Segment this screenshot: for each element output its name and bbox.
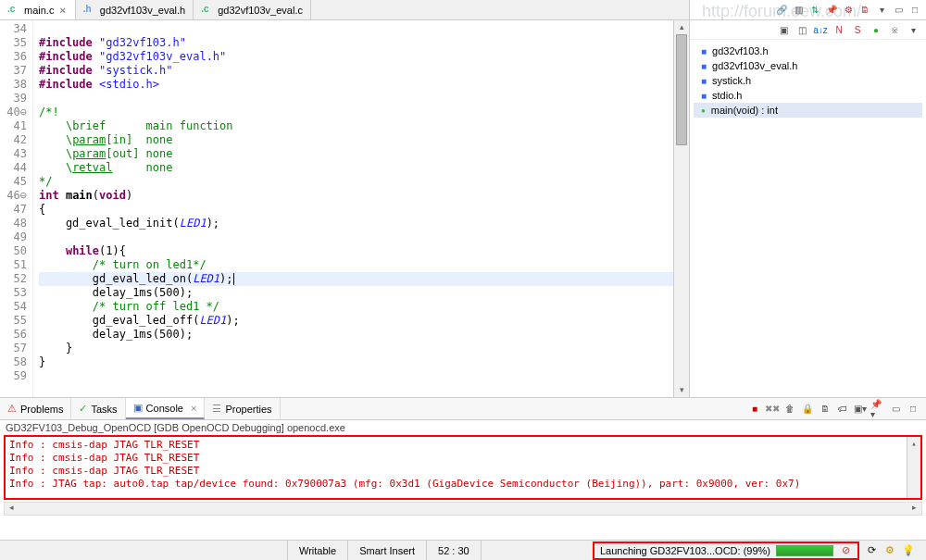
outline-item[interactable]: ●main(void) : int xyxy=(694,103,922,118)
outline-item[interactable]: ■gd32vf103v_eval.h xyxy=(694,58,922,73)
editor-pane: .c main.c × .h gd32vf103v_eval.h .c gd32… xyxy=(0,0,690,397)
outline-label: gd32vf103.h xyxy=(712,45,769,56)
outline-toolbar-1: 🔗 ▥ ⇅ 📌 ⚙ 🗎 ▾ ▭ □ xyxy=(690,0,926,20)
console-h-scrollbar[interactable]: ◂ ▸ xyxy=(4,502,922,516)
console-output[interactable]: Info : cmsis-dap JTAG TLR_RESETInfo : cm… xyxy=(4,435,922,500)
filter-s-icon[interactable]: S xyxy=(850,22,865,37)
view-icon[interactable]: ▥ xyxy=(791,3,806,18)
c-file-icon: .c xyxy=(7,4,20,17)
tab-eval-c[interactable]: .c gd32vf103v_eval.c xyxy=(194,0,311,19)
tab-label: Console xyxy=(146,403,183,414)
scroll-right-icon[interactable]: ▸ xyxy=(907,503,921,515)
outline-item[interactable]: ■systick.h xyxy=(694,73,922,88)
filter-m-icon[interactable]: ※ xyxy=(887,22,902,37)
console-icon: ▣ xyxy=(133,402,143,414)
scroll-left-icon[interactable]: ◂ xyxy=(5,503,19,515)
console-launch-title: GD32FV103_Debug_OpenOCD [GDB OpenOCD Deb… xyxy=(0,420,926,435)
status-bar: Writable Smart Insert 52 : 30 Launching … xyxy=(0,540,926,560)
notifications-icon[interactable]: ⚙ xyxy=(883,544,896,557)
scroll-down-icon[interactable]: ▾ xyxy=(674,383,689,397)
tab-tasks[interactable]: ✓ Tasks xyxy=(71,398,125,419)
outline-label: main(void) : int xyxy=(711,105,778,116)
filter-o-icon[interactable]: ● xyxy=(869,22,883,37)
outline-item[interactable]: ■stdio.h xyxy=(694,88,922,103)
gear-icon[interactable]: ⚙ xyxy=(841,3,856,18)
launching-progress[interactable]: Launching GD32FV103...OCD: (99%) ⊘ xyxy=(593,541,859,560)
tab-main-c[interactable]: .c main.c × xyxy=(0,0,76,19)
progress-bar xyxy=(776,545,833,556)
console-line: Info : cmsis-dap JTAG TLR_RESET xyxy=(9,465,917,478)
outline-item[interactable]: ■gd32vf103.h xyxy=(694,44,922,58)
tip-icon[interactable]: 💡 xyxy=(902,544,915,557)
chevron-down-icon[interactable]: ▾ xyxy=(874,3,889,18)
console-line: Info : JTAG tap: auto0.tap tap/device fo… xyxy=(9,478,917,491)
outline-pane: 🔗 ▥ ⇅ 📌 ⚙ 🗎 ▾ ▭ □ ▣ ◫ a↓z N S ● ※ ▾ ■gd3… xyxy=(690,0,926,397)
status-writable: Writable xyxy=(287,541,347,560)
close-icon[interactable]: × xyxy=(187,403,196,414)
header-icon: ■ xyxy=(701,46,707,56)
minimize-icon[interactable]: ▭ xyxy=(891,3,906,18)
line-number-gutter: 34353637383940⊖414243444546⊖474849505152… xyxy=(0,20,33,397)
bottom-tabs: ⚠ Problems ✓ Tasks ▣ Console × ☰ Propert… xyxy=(0,398,926,420)
maximize-icon[interactable]: □ xyxy=(907,3,922,18)
outline-label: gd32vf103v_eval.h xyxy=(712,60,797,71)
clear-icon[interactable]: 🗑 xyxy=(782,402,797,417)
sort-icon[interactable]: ⇅ xyxy=(807,3,822,18)
console-toolbar: ■ ✖✖ 🗑 🔒 🗎 🏷 ▣▾ 📌▾ ▭ □ xyxy=(747,402,926,417)
tab-label: Properties xyxy=(225,404,271,415)
tab-label: main.c xyxy=(24,5,54,16)
function-icon: ● xyxy=(701,106,706,115)
header-icon: ■ xyxy=(701,91,707,101)
updates-icon[interactable]: ⟳ xyxy=(865,544,878,557)
tab-label: Tasks xyxy=(91,404,117,415)
link-icon[interactable]: 🔗 xyxy=(774,3,789,18)
tab-eval-h[interactable]: .h gd32vf103v_eval.h xyxy=(76,0,194,19)
lock-scroll-icon[interactable]: 🔒 xyxy=(800,402,815,417)
console-line: Info : cmsis-dap JTAG TLR_RESET xyxy=(9,452,917,465)
tab-label: gd32vf103v_eval.h xyxy=(100,5,185,16)
vertical-scrollbar[interactable]: ▴ ▾ xyxy=(673,20,689,397)
outline-list: ■gd32vf103.h■gd32vf103v_eval.h■systick.h… xyxy=(690,40,926,121)
close-icon[interactable]: × xyxy=(57,5,67,16)
filter-n-icon[interactable]: N xyxy=(832,22,846,37)
stop-launch-icon[interactable]: ⊘ xyxy=(839,544,852,557)
header-icon: ■ xyxy=(701,61,707,71)
tag-icon[interactable]: 🏷 xyxy=(835,402,850,417)
status-cursor-pos: 52 : 30 xyxy=(426,541,481,560)
minimize-icon[interactable]: ▭ xyxy=(888,402,903,417)
header-icon: ■ xyxy=(701,76,707,86)
maximize-icon[interactable]: □ xyxy=(906,402,920,417)
outline-label: systick.h xyxy=(712,75,751,86)
menu-icon[interactable]: ▾ xyxy=(906,22,920,37)
sort-az-icon[interactable]: a↓z xyxy=(813,22,828,37)
pin-icon[interactable]: 📌 xyxy=(824,3,839,18)
h-file-icon: .h xyxy=(83,4,96,17)
scroll-up-icon[interactable]: ▴ xyxy=(674,20,689,34)
pin-icon[interactable]: 📌▾ xyxy=(870,402,885,417)
tab-label: gd32vf103v_eval.c xyxy=(218,5,303,16)
tab-properties[interactable]: ☰ Properties xyxy=(205,398,280,419)
scroll-thumb[interactable] xyxy=(676,34,687,145)
tab-problems[interactable]: ⚠ Problems xyxy=(0,398,71,419)
console-v-scrollbar[interactable]: ▴ xyxy=(907,437,920,498)
box-icon[interactable]: ◫ xyxy=(795,22,809,37)
console-line: Info : cmsis-dap JTAG TLR_RESET xyxy=(9,439,917,452)
tab-label: Problems xyxy=(20,404,63,415)
collapse-icon[interactable]: ▣ xyxy=(776,22,791,37)
scroll-up-icon[interactable]: ▴ xyxy=(907,437,920,450)
outline-label: stdio.h xyxy=(712,90,742,101)
c-file-icon: .c xyxy=(201,4,214,17)
editor-tabs: .c main.c × .h gd32vf103v_eval.h .c gd32… xyxy=(0,0,689,20)
properties-icon: ☰ xyxy=(212,403,221,415)
problems-icon: ⚠ xyxy=(7,403,17,415)
outline-toolbar-2: ▣ ◫ a↓z N S ● ※ ▾ xyxy=(690,20,926,40)
doc-icon[interactable]: 🗎 xyxy=(818,402,832,417)
launch-text: Launching GD32FV103...OCD: (99%) xyxy=(600,545,770,556)
tab-console[interactable]: ▣ Console × xyxy=(126,398,206,419)
stop-icon[interactable]: ■ xyxy=(747,402,762,417)
tasks-icon: ✓ xyxy=(79,403,87,415)
console-select-icon[interactable]: ▣▾ xyxy=(853,402,868,417)
remove-all-icon[interactable]: ✖✖ xyxy=(765,402,780,417)
doc-icon[interactable]: 🗎 xyxy=(857,3,872,18)
code-area[interactable]: #include "gd32vf103.h"#include "gd32vf10… xyxy=(33,20,673,397)
